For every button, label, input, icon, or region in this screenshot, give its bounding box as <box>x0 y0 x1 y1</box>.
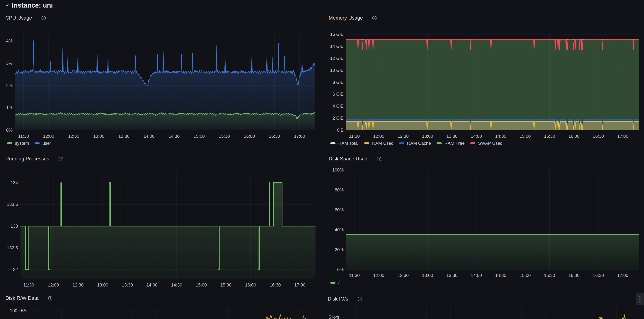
y-axis-label: 2% <box>6 83 12 88</box>
info-icon[interactable]: i <box>358 297 362 302</box>
x-axis-label: 14:30 <box>495 273 506 278</box>
legend-item-ram-total[interactable]: RAM Total <box>330 141 358 146</box>
chart-disk-rw-data: 100 kB/s <box>10 308 316 319</box>
panel-title-memory-usage[interactable]: Memory Usage <box>329 15 363 21</box>
charts-canvas: 11:3012:0012:3013:0013:3014:0014:3015:00… <box>0 0 644 319</box>
y-axis-label: 16 GiB <box>330 32 344 37</box>
legend-swatch <box>364 142 369 144</box>
x-axis-label: 17:00 <box>617 134 628 139</box>
y-axis-label: 132.5 <box>7 245 18 250</box>
info-icon-glyph: i <box>377 157 382 161</box>
x-axis-label: 13:30 <box>446 273 458 278</box>
y-axis-label: 0% <box>337 267 344 272</box>
y-axis-label: 10 GiB <box>330 68 344 73</box>
x-axis-label: 14:00 <box>143 134 154 139</box>
x-axis-label: 13:30 <box>446 134 458 139</box>
info-icon-glyph: i <box>58 157 63 161</box>
x-axis-label: 13:00 <box>422 134 433 139</box>
x-axis-label: 14:00 <box>146 283 158 288</box>
x-axis-label: 13:00 <box>422 273 433 278</box>
x-axis-label: 12:30 <box>398 134 409 139</box>
svg-text:i: i <box>359 298 360 301</box>
legend-memory-usage: RAM TotalRAM UsedRAM CacheRAM FreeSWAP U… <box>330 141 508 146</box>
x-axis-label: 16:00 <box>568 273 580 278</box>
legend-swatch <box>330 142 336 144</box>
x-axis-label: 16:00 <box>568 134 580 139</box>
x-axis-label: 11:30 <box>23 283 34 288</box>
legend-item-system[interactable]: system <box>7 141 29 146</box>
x-axis-label: 14:30 <box>171 283 182 288</box>
info-icon[interactable]: i <box>372 16 377 20</box>
x-axis-label: 15:00 <box>520 134 531 139</box>
panel-header-running-processes: Running Processesi <box>5 156 63 162</box>
info-icon-glyph: i <box>48 296 53 301</box>
panel-header-disk-rw-data: Disk R/W Datai <box>5 295 53 301</box>
chevron-down-icon <box>5 3 10 8</box>
y-axis-label: 4% <box>6 38 12 43</box>
legend-item-user[interactable]: user <box>34 141 51 146</box>
panel-header-disk-space-used: Disk Space Usedi <box>329 156 382 162</box>
panel-title-disk-ios[interactable]: Disk IO/s <box>328 296 348 302</box>
svg-text:i: i <box>50 297 51 300</box>
x-axis-label: 11:30 <box>18 134 29 139</box>
panel-header-disk-ios: Disk IO/si <box>328 296 362 302</box>
panel-title-running-processes[interactable]: Running Processes <box>5 156 49 162</box>
info-icon[interactable]: i <box>377 157 382 161</box>
series-fill-/ <box>346 235 639 270</box>
chart-cpu-usage: 11:3012:0012:3013:0013:3014:0014:3015:00… <box>6 34 316 139</box>
legend-swatch <box>399 142 404 144</box>
legend-item-ram-cache[interactable]: RAM Cache <box>399 141 431 146</box>
row-header-instance[interactable]: Instance: uni <box>5 1 53 9</box>
legend-label: SWAP Used <box>478 141 502 146</box>
x-axis-label: 13:30 <box>122 283 133 288</box>
y-axis-label: 14 GiB <box>330 44 344 49</box>
legend-swatch <box>470 142 475 144</box>
legend-item--[interactable]: / <box>330 280 340 286</box>
info-icon[interactable]: i <box>41 16 46 20</box>
x-axis-label: 15:00 <box>520 273 531 278</box>
chart-memory-usage: 11:3012:0012:3013:0013:3014:0014:3015:00… <box>330 32 639 139</box>
x-axis-label: 17:00 <box>617 273 628 278</box>
legend-label: RAM Used <box>372 141 394 146</box>
x-axis-label: 12:00 <box>373 134 384 139</box>
row-title: Instance: uni <box>12 1 53 9</box>
y-axis-label: 3% <box>6 61 12 66</box>
grafana-dashboard: 11:3012:0012:3013:0013:3014:0014:3015:00… <box>0 0 644 319</box>
kebab-dot <box>640 299 640 300</box>
y-axis-label: 0% <box>6 128 12 133</box>
y-axis-label: 100 kB/s <box>10 308 27 313</box>
legend-item-ram-used[interactable]: RAM Used <box>364 141 394 146</box>
legend-item-ram-free[interactable]: RAM Free <box>436 141 464 146</box>
x-axis-label: 16:30 <box>270 283 281 288</box>
svg-text:i: i <box>43 16 44 20</box>
x-axis-label: 16:30 <box>269 134 280 139</box>
kebab-dot <box>640 302 640 303</box>
y-axis-label: 4 GiB <box>332 104 344 109</box>
kebab-dot <box>640 296 640 297</box>
kebab-menu-icon[interactable] <box>636 293 644 305</box>
x-axis-label: 14:00 <box>471 134 482 139</box>
x-axis-label: 12:00 <box>43 134 54 139</box>
panel-title-cpu-usage[interactable]: CPU Usage <box>5 15 32 21</box>
y-axis-label: 6 GiB <box>332 92 344 96</box>
y-axis-label: 2 GiB <box>332 116 344 121</box>
x-axis-label: 15:00 <box>194 134 205 139</box>
x-axis-label: 15:30 <box>220 283 232 288</box>
svg-text:i: i <box>378 157 380 161</box>
y-axis-label: 8 GiB <box>332 80 344 85</box>
legend-swatch <box>7 142 12 144</box>
legend-item-swap-used[interactable]: SWAP Used <box>470 141 502 146</box>
x-axis-label: 15:00 <box>196 283 207 288</box>
legend-label: RAM Total <box>338 141 358 146</box>
x-axis-label: 12:00 <box>373 273 384 278</box>
legend-label: / <box>338 280 340 286</box>
y-axis-label: 12 GiB <box>330 56 344 61</box>
info-icon[interactable]: i <box>58 157 63 161</box>
panel-title-disk-rw-data[interactable]: Disk R/W Data <box>5 295 38 301</box>
x-axis-label: 14:30 <box>495 134 506 139</box>
x-axis-label: 15:30 <box>544 134 555 139</box>
series-fill-RAM Used <box>346 121 639 130</box>
info-icon[interactable]: i <box>48 296 53 301</box>
legend-swatch <box>436 142 442 144</box>
panel-title-disk-space-used[interactable]: Disk Space Used <box>329 156 368 162</box>
